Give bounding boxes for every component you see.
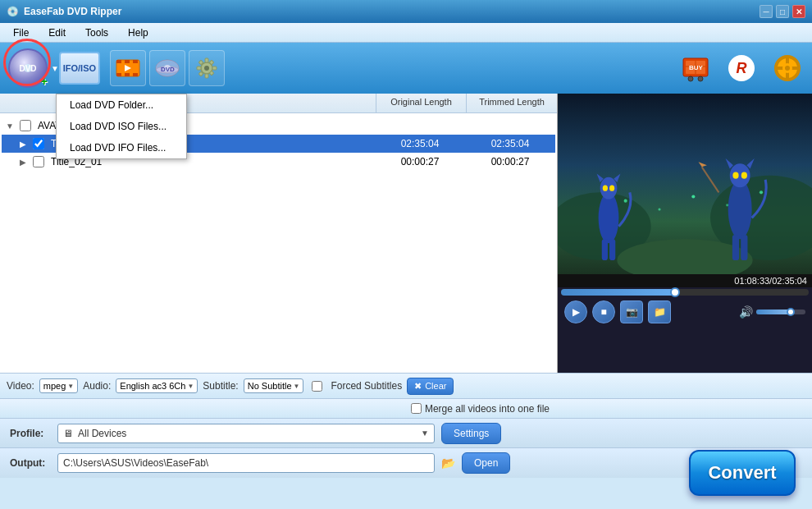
settings-button[interactable]: Settings: [441, 423, 501, 444]
merge-label: Merge all videos into one file: [425, 403, 550, 415]
convert-label: Convert: [708, 462, 776, 484]
output-label: Output:: [10, 457, 51, 469]
volume-track[interactable]: [756, 310, 805, 314]
svg-rect-45: [609, 239, 615, 260]
snapshot-button[interactable]: 📷: [620, 300, 643, 323]
svg-rect-16: [205, 74, 208, 78]
preview-panel: 01:08:33/02:35:04 ▶ ■ 📷 📁 🔊: [558, 94, 812, 373]
toolbar-right: BUY R: [677, 50, 805, 86]
title2-expand-arrow[interactable]: ▶: [16, 158, 30, 167]
subtitle-select-value: No Subtitle: [248, 381, 292, 391]
svg-rect-3: [133, 60, 138, 63]
video-select-value: mpeg: [43, 381, 66, 391]
browse-folder-icon[interactable]: 📂: [441, 456, 455, 470]
svg-text:DVD: DVD: [161, 66, 175, 73]
toolbar: DVD + ▼ IFO/ISO Load DVD Folder... Load …: [0, 43, 812, 94]
audio-label: Audio:: [83, 380, 111, 392]
svg-text:BUY: BUY: [689, 64, 704, 71]
convert-button[interactable]: Convert: [689, 450, 796, 496]
clip-editor-button[interactable]: [110, 50, 146, 86]
film-clip-icon: [113, 53, 143, 83]
menu-tools[interactable]: Tools: [75, 25, 118, 40]
open-folder-button[interactable]: 📁: [648, 300, 671, 323]
svg-rect-44: [602, 239, 608, 260]
open-label: Open: [474, 457, 498, 469]
title-bar-left: 💿 EaseFab DVD Ripper: [7, 6, 121, 17]
title2-original: 00:00:27: [375, 156, 465, 167]
clear-icon: ✖: [414, 381, 422, 392]
root-checkbox[interactable]: [20, 120, 31, 131]
profile-label: Profile:: [10, 428, 51, 439]
output-path-input[interactable]: C:\Users\ASUS\Videos\EaseFab\: [57, 453, 435, 473]
register-button[interactable]: R: [723, 50, 760, 86]
root-expand-arrow[interactable]: ▼: [3, 122, 16, 131]
preview-progress-thumb[interactable]: [670, 287, 680, 297]
menu-edit[interactable]: Edit: [39, 25, 75, 40]
menu-file[interactable]: File: [3, 25, 39, 40]
svg-point-25: [688, 76, 693, 81]
title-bar: 💿 EaseFab DVD Ripper ─ □ ✕: [0, 0, 812, 23]
audio-select-arrow: ▼: [187, 383, 194, 390]
close-button[interactable]: ✕: [792, 5, 805, 18]
dvd-output-button[interactable]: DVD: [149, 50, 185, 86]
ifo-iso-button[interactable]: IFO/ISO: [59, 52, 100, 85]
menu-bar: File Edit Tools Help: [0, 23, 812, 43]
svg-point-46: [728, 180, 752, 239]
svg-point-56: [624, 199, 627, 203]
load-dvd-button[interactable]: DVD +: [7, 47, 49, 89]
title2-trimmed: 00:00:27: [465, 156, 555, 167]
preview-controls: ▶ ■ 📷 📁 🔊: [558, 297, 812, 327]
volume-fill: [756, 310, 791, 314]
help-button[interactable]: [769, 50, 805, 86]
profile-value: All Devices: [78, 428, 126, 439]
svg-point-59: [726, 204, 728, 206]
profile-icon: 🖥: [63, 428, 73, 439]
clear-button[interactable]: ✖ Clear: [407, 378, 454, 395]
title1-trimmed: 02:35:04: [465, 138, 555, 149]
title1-checkbox[interactable]: [33, 138, 44, 149]
subtitle-label: Subtitle:: [203, 380, 238, 392]
svg-point-60: [760, 190, 763, 194]
profile-dropdown-arrow[interactable]: ▼: [421, 429, 429, 438]
video-select[interactable]: mpeg ▼: [39, 378, 78, 393]
subtitle-select[interactable]: No Subtitle ▼: [244, 378, 304, 393]
svg-point-14: [204, 66, 209, 71]
register-icon: R: [728, 55, 755, 81]
minimize-button[interactable]: ─: [760, 5, 773, 18]
profile-select[interactable]: 🖥 All Devices ▼: [57, 424, 435, 443]
forced-subtitles-checkbox[interactable]: [312, 381, 322, 392]
preview-progress-bar-container[interactable]: [561, 289, 809, 296]
merge-checkbox[interactable]: [411, 403, 422, 414]
clear-label: Clear: [425, 381, 446, 391]
menu-help[interactable]: Help: [118, 25, 158, 40]
load-dvd-iso-item[interactable]: Load DVD ISO Files...: [57, 116, 186, 137]
load-dvd-ifo-item[interactable]: Load DVD IFO Files...: [57, 137, 186, 158]
help-icon: [773, 53, 802, 83]
load-dvd-folder-item[interactable]: Load DVD Folder...: [57, 94, 186, 116]
audio-select[interactable]: English ac3 6Ch ▼: [116, 378, 198, 393]
volume-thumb[interactable]: [787, 308, 795, 316]
dvd-output-icon: DVD: [153, 53, 182, 83]
svg-rect-15: [205, 58, 208, 62]
svg-point-43: [609, 186, 614, 191]
play-button[interactable]: ▶: [564, 300, 587, 323]
svg-point-33: [785, 66, 790, 71]
preview-progress-fill: [561, 289, 675, 296]
preview-video-frame: [558, 94, 812, 274]
svg-point-26: [698, 76, 703, 81]
gear-icon: [192, 53, 221, 83]
volume-icon: 🔊: [739, 305, 753, 319]
settings-button[interactable]: [189, 50, 225, 86]
title2-checkbox[interactable]: [33, 156, 44, 167]
subtitle-select-arrow: ▼: [294, 383, 300, 390]
volume-control: 🔊: [739, 305, 805, 319]
dvd-dropdown-arrow[interactable]: ▼: [51, 64, 59, 73]
buy-button[interactable]: BUY: [677, 50, 714, 86]
stop-button[interactable]: ■: [592, 300, 615, 323]
open-button[interactable]: Open: [462, 452, 510, 474]
app-title: EaseFab DVD Ripper: [24, 6, 121, 17]
svg-rect-5: [125, 73, 130, 76]
title1-expand-arrow[interactable]: ▶: [16, 140, 30, 149]
maximize-button[interactable]: □: [776, 5, 789, 18]
svg-point-50: [732, 172, 738, 179]
